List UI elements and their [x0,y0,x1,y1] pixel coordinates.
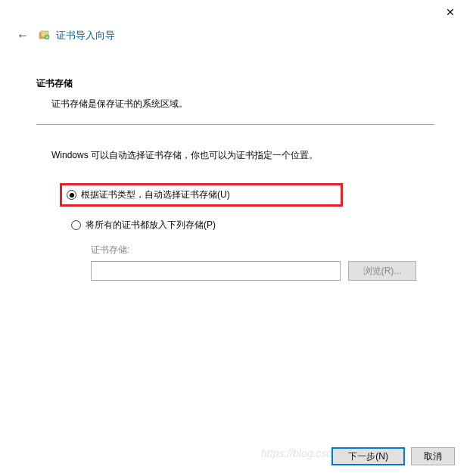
back-arrow-icon[interactable]: ← [14,27,32,44]
section-description: 证书存储是保存证书的系统区域。 [36,98,434,110]
footer-buttons: 下一步(N) 取消 [331,447,455,465]
store-row: 浏览(R)... [91,261,434,281]
content-area: 证书存储 证书存储是保存证书的系统区域。 Windows 可以自动选择证书存储，… [0,47,470,281]
radio-manual-select[interactable]: 将所有的证书都放入下列存储(P) [67,216,434,235]
store-input[interactable] [91,261,341,281]
divider [36,124,434,125]
certificate-store-block: 证书存储: 浏览(R)... [36,244,434,281]
close-icon[interactable]: ✕ [440,3,461,21]
radio-icon [71,220,81,230]
radio-auto-select[interactable]: 根据证书类型，自动选择证书存储(U) [60,183,343,207]
wizard-header: ← 证书导入向导 [0,24,470,47]
radio-icon [67,190,76,200]
section-title: 证书存储 [36,77,434,90]
browse-button[interactable]: 浏览(R)... [348,261,416,281]
cancel-button[interactable]: 取消 [411,447,455,465]
wizard-icon [38,30,50,42]
next-button[interactable]: 下一步(N) [331,447,405,465]
title-bar: ✕ [0,0,470,24]
radio-group: 根据证书类型，自动选择证书存储(U) 将所有的证书都放入下列存储(P) [36,183,434,235]
radio-auto-label: 根据证书类型，自动选择证书存储(U) [81,188,230,201]
svg-point-2 [45,35,49,39]
wizard-title: 证书导入向导 [56,29,115,42]
store-label: 证书存储: [91,244,434,257]
instruction-text: Windows 可以自动选择证书存储，你也可以为证书指定一个位置。 [36,149,434,162]
radio-manual-label: 将所有的证书都放入下列存储(P) [86,219,216,232]
